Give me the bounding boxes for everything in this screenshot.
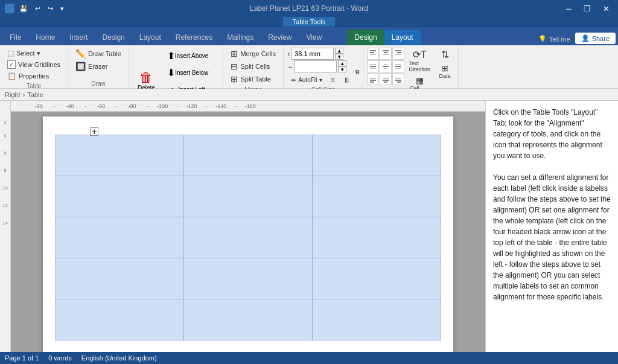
table-cell[interactable] xyxy=(56,299,184,340)
table-cell[interactable] xyxy=(56,258,184,299)
height-label: ↕ xyxy=(287,51,290,57)
insert-above-button[interactable]: ⬆ Insert Above xyxy=(162,48,214,64)
properties-button[interactable]: 📋 Properties xyxy=(4,71,64,81)
restore-button[interactable]: ❐ xyxy=(580,3,594,14)
tab-references[interactable]: References xyxy=(168,30,220,45)
draw-group-content: ✏️ Draw Table 🔲 Eraser xyxy=(72,48,125,79)
table-cell[interactable] xyxy=(313,217,441,258)
view-gridlines-button[interactable]: ✓ View Gridlines xyxy=(4,59,64,70)
tab-view[interactable]: View xyxy=(299,30,330,45)
align-top-left[interactable] xyxy=(367,48,379,60)
table-row xyxy=(56,217,441,258)
table-move-handle[interactable]: ✛ xyxy=(90,127,98,136)
table-cell[interactable] xyxy=(56,217,184,258)
tab-review[interactable]: Review xyxy=(261,30,299,45)
person-icon: 👤 xyxy=(581,34,590,42)
table-cell[interactable] xyxy=(313,176,441,217)
align-middle-left[interactable] xyxy=(367,60,379,72)
table-cell[interactable] xyxy=(313,299,441,340)
table-cell[interactable] xyxy=(56,176,184,217)
tab-file[interactable]: File xyxy=(2,30,28,45)
table-cell[interactable] xyxy=(184,176,313,217)
language: English (United Kingdom) xyxy=(81,354,157,362)
close-button[interactable]: ✕ xyxy=(599,3,613,14)
height-input[interactable] xyxy=(291,48,334,60)
tab-layout[interactable]: Layout xyxy=(132,30,168,45)
page-info: Page 1 of 1 xyxy=(5,354,39,362)
height-down-button[interactable]: ▼ xyxy=(335,54,343,60)
align-top-right[interactable] xyxy=(392,48,404,60)
draw-col: ✏️ Draw Table 🔲 Eraser xyxy=(72,48,125,72)
cell-size-expand-icon[interactable]: ⧉ xyxy=(355,69,359,75)
insert-below-button[interactable]: ⬇ Insert Below xyxy=(162,65,214,81)
table-cell[interactable] xyxy=(184,217,313,258)
tab-insert[interactable]: Insert xyxy=(62,30,95,45)
undo-qat-button[interactable]: ↩ xyxy=(33,4,43,14)
split-table-icon: ⊞ xyxy=(231,74,238,84)
breadcrumb-table: Table xyxy=(27,91,43,98)
text-direction-button[interactable]: ⟳T TextDirection xyxy=(407,48,433,74)
title-bar: 💾 ↩ ↪ ▾ Label Planet LP21 63 Portrait - … xyxy=(0,0,618,17)
width-input[interactable] xyxy=(295,60,337,72)
share-button[interactable]: 👤 Share xyxy=(575,33,616,44)
table-cell[interactable] xyxy=(184,299,313,340)
table-cell[interactable] xyxy=(184,258,313,299)
window-title: Label Planet LP21 63 Portrait - Word xyxy=(250,4,368,13)
eraser-button[interactable]: 🔲 Eraser xyxy=(72,60,125,72)
align-middle-center[interactable] xyxy=(380,60,392,72)
label-table[interactable] xyxy=(55,135,441,340)
width-up-button[interactable]: ▲ xyxy=(338,60,346,66)
align-top-center[interactable] xyxy=(380,48,392,60)
ribbon-group-alignment: ⟳T TextDirection ▦ CellMargins ⇅ ⊞ Data … xyxy=(363,45,459,88)
tab-table-design[interactable]: Design xyxy=(347,30,384,45)
table-cell[interactable] xyxy=(313,135,441,176)
breadcrumb-right: Right xyxy=(5,91,21,98)
split-table-button[interactable]: ⊞ Split Table xyxy=(227,73,279,85)
autofit-button[interactable]: ⇔ AutoFit ▾ xyxy=(287,74,325,85)
distribute-cols-icon: ⫼ xyxy=(343,75,351,84)
draw-table-button[interactable]: ✏️ Draw Table xyxy=(72,48,125,60)
ribbon-group-merge: ⊞ Merge Cells ⊟ Split Cells ⊞ Split Tabl… xyxy=(223,45,284,88)
tab-home[interactable]: Home xyxy=(28,30,62,45)
tab-mailings[interactable]: Mailings xyxy=(220,30,261,45)
tab-design[interactable]: Design xyxy=(95,30,132,45)
merge-cells-icon: ⊞ xyxy=(231,49,238,59)
table-group-content: ⬚ Select ▾ ✓ View Gridlines 📋 Properties xyxy=(4,48,64,81)
window-controls: ─ ❐ ✕ xyxy=(562,3,613,14)
table-tools-label: Table Tools xyxy=(283,17,336,27)
align-bottom-left[interactable] xyxy=(367,73,379,85)
table-row xyxy=(56,258,441,299)
align-middle-right[interactable] xyxy=(392,60,404,72)
ribbon-group-draw: ✏️ Draw Table 🔲 Eraser Draw xyxy=(68,45,129,88)
ribbon-group-rows-cols: 🗑 Delete ⬆ Insert Above ⬇ Insert Below ⬅… xyxy=(129,45,224,88)
select-button[interactable]: ⬚ Select ▾ xyxy=(4,48,64,59)
align-bottom-center[interactable] xyxy=(380,73,392,85)
height-up-button[interactable]: ▲ xyxy=(335,48,343,54)
tab-table-layout[interactable]: Layout xyxy=(384,30,421,45)
ribbon-group-cell-size: ↕ ▲ ▼ ↔ ▲ ▼ ⇔ xyxy=(284,45,363,88)
sort-button[interactable]: ⇅ xyxy=(435,48,454,62)
view-gridlines-checkbox: ✓ xyxy=(7,60,16,69)
table-cell[interactable] xyxy=(313,258,441,299)
distribute-cols-button[interactable]: ⫼ xyxy=(340,74,354,85)
qat-menu-button[interactable]: ▾ xyxy=(58,4,66,14)
select-icon: ⬚ xyxy=(7,49,14,57)
doc-scroll[interactable]: ✛ xyxy=(11,112,485,352)
merge-cells-button[interactable]: ⊞ Merge Cells xyxy=(227,48,279,60)
tell-me-input[interactable]: 💡 Tell me xyxy=(534,33,575,45)
minimize-button[interactable]: ─ xyxy=(562,3,575,14)
align-bottom-right[interactable] xyxy=(392,73,404,85)
status-bar: Page 1 of 1 0 words English (United King… xyxy=(0,352,618,364)
main-content: 2 4 6 8 10 12 14 -20 · -40 · -60 · -80 ·… xyxy=(0,101,618,352)
redo-qat-button[interactable]: ↪ xyxy=(45,4,56,14)
split-cells-button[interactable]: ⊟ Split Cells xyxy=(227,60,279,72)
width-down-button[interactable]: ▼ xyxy=(338,66,346,72)
data-button[interactable]: ⊞ Data xyxy=(435,62,454,80)
distribute-rows-button[interactable]: ≡ xyxy=(327,74,339,85)
table-cell[interactable] xyxy=(184,135,313,176)
doc-area: -20 · -40 · -60 · -80 · -100 · -120 · -1… xyxy=(11,101,485,352)
lightbulb-icon: 💡 xyxy=(538,35,547,43)
distribute-rows-icon: ≡ xyxy=(331,75,335,84)
save-qat-button[interactable]: 💾 xyxy=(17,4,30,14)
table-cell[interactable] xyxy=(56,135,184,176)
